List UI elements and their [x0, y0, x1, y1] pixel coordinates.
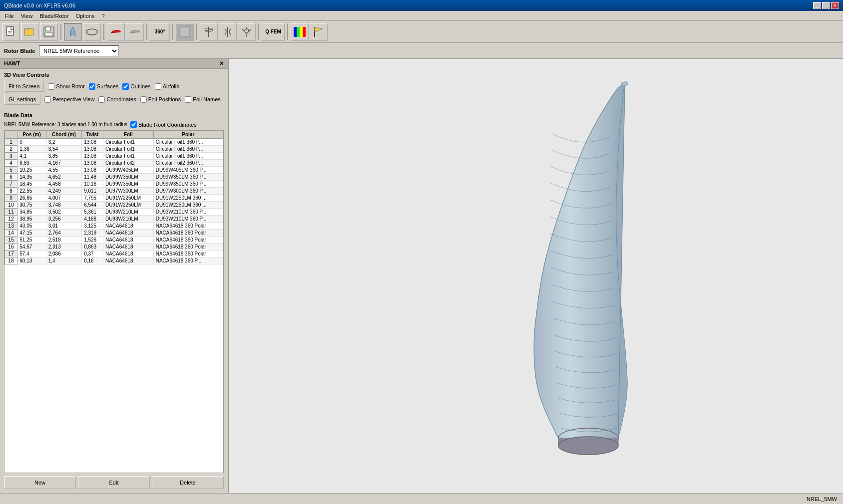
table-row[interactable]: 15 51,25 2,518 1,526 NACA64618 NACA64618… — [5, 237, 223, 244]
table-row[interactable]: 18 60,13 1,4 0,16 NACA64618 NACA64618 36… — [5, 257, 223, 264]
export-button[interactable] — [176, 23, 194, 41]
foil-positions-checkbox[interactable] — [140, 96, 147, 103]
outlines-checkbox-label[interactable]: Outlines — [122, 83, 150, 90]
airfoils-checkbox-label[interactable]: Airfoils — [155, 83, 179, 90]
blade-design-button[interactable] — [64, 23, 82, 41]
foil-names-checkbox-label[interactable]: Foil Names — [185, 96, 221, 103]
panel-close-icon[interactable]: ✕ — [219, 60, 224, 67]
open-file-button[interactable] — [21, 23, 39, 41]
cell-num: 7 — [5, 181, 17, 188]
new-blade-button[interactable]: New — [4, 476, 76, 489]
table-row[interactable]: 14 47,15 2,764 2,319 NACA64618 NACA64618… — [5, 230, 223, 237]
360-label: 360° — [155, 29, 165, 34]
gl-settings-button[interactable]: GL settings — [4, 94, 40, 105]
fit-to-screen-button[interactable]: Fit to Screen — [4, 81, 44, 92]
table-row[interactable]: 16 54,67 2,313 0,863 NACA64618 NACA64618… — [5, 244, 223, 251]
show-rotor-checkbox-label[interactable]: Show Rotor — [48, 83, 84, 90]
minimize-button[interactable]: _ — [813, 2, 821, 9]
surfaces-checkbox-label[interactable]: Surfaces — [89, 83, 118, 90]
table-row[interactable]: 7 18,45 4,458 10,16 DU99W350LM DU99W350L… — [5, 181, 223, 188]
svg-rect-23 — [229, 59, 843, 493]
airfoil-gray-button[interactable] — [126, 23, 144, 41]
table-row[interactable]: 17 57,4 2,086 0,37 NACA64618 NACA64618 3… — [5, 251, 223, 257]
coordinates-checkbox-label[interactable]: Coordinates — [98, 96, 136, 103]
360-button[interactable]: 360° — [150, 23, 170, 41]
airfoils-checkbox[interactable] — [155, 83, 161, 90]
delete-blade-button[interactable]: Delete — [152, 476, 224, 489]
table-row[interactable]: 4 6,83 4,167 13,08 Circular Foil2 Circul… — [5, 160, 223, 167]
menu-file[interactable]: File — [2, 12, 17, 20]
svg-rect-20 — [303, 27, 306, 37]
blade-root-coords-label[interactable]: Blade Root Coordinates — [130, 121, 197, 128]
cell-pos: 47,15 — [17, 230, 46, 237]
blade-info-text: NREL 5MW Reference: 3 blades and 1.50 m … — [4, 122, 127, 127]
table-row[interactable]: 12 38,95 3,256 4,188 DU93W210LM DU93W210… — [5, 216, 223, 223]
cell-num: 6 — [5, 174, 17, 181]
hawt-button[interactable] — [200, 23, 218, 41]
cell-polar: Circular Foil1 360 P... — [153, 153, 223, 160]
cell-twist: 11,48 — [82, 174, 103, 181]
cell-num: 16 — [5, 244, 17, 251]
cell-pos: 43,05 — [17, 223, 46, 230]
cell-chord: 2,518 — [46, 237, 81, 244]
foil-button[interactable] — [83, 23, 101, 41]
wind-flag-button[interactable] — [310, 23, 328, 41]
table-row[interactable]: 1 0 3,2 13,08 Circular Foil1 Circular Fo… — [5, 139, 223, 146]
cell-foil: NACA64618 — [103, 237, 153, 244]
blade-table-container[interactable]: Pos (m) Chord (m) Twist Foil Polar 1 0 3… — [4, 130, 224, 473]
airfoil-red-button[interactable] — [107, 23, 125, 41]
table-row[interactable]: 13 43,05 3,01 3,125 NACA64618 NACA64618 … — [5, 223, 223, 230]
foil-positions-checkbox-label[interactable]: Foil Positions — [140, 96, 181, 103]
cell-pos: 51,25 — [17, 237, 46, 244]
svg-rect-17 — [294, 27, 297, 37]
outlines-checkbox[interactable] — [122, 83, 129, 90]
perspective-checkbox[interactable] — [44, 96, 51, 103]
coordinates-checkbox[interactable] — [98, 96, 105, 103]
cell-pos: 26,65 — [17, 195, 46, 202]
cell-polar: NACA64618 360 Polar — [153, 251, 223, 257]
vawt-button[interactable] — [219, 23, 237, 41]
menu-options[interactable]: Options — [72, 12, 97, 20]
colormap-button[interactable] — [291, 23, 309, 41]
cell-pos: 1,36 — [17, 146, 46, 153]
table-row[interactable]: 11 34,85 3,502 5,361 DU93W210LM DU93W210… — [5, 209, 223, 216]
table-row[interactable]: 3 4,1 3,85 13,08 Circular Foil1 Circular… — [5, 153, 223, 160]
blade-table: Pos (m) Chord (m) Twist Foil Polar 1 0 3… — [4, 130, 223, 264]
maximize-button[interactable]: □ — [822, 2, 830, 9]
table-row[interactable]: 2 1,36 3,54 13,08 Circular Foil1 Circula… — [5, 146, 223, 153]
menu-help[interactable]: ? — [98, 12, 107, 20]
edit-blade-button[interactable]: Edit — [78, 476, 150, 489]
save-file-button[interactable] — [40, 23, 58, 41]
table-row[interactable]: 5 10,25 4,55 13,08 DU99W405LM DU99W405LM… — [5, 167, 223, 174]
blade-root-coords-checkbox[interactable] — [130, 121, 137, 128]
svg-rect-3 — [24, 28, 33, 35]
table-row[interactable]: 6 14,35 4,652 11,48 DU99W350LM DU99W350L… — [5, 174, 223, 181]
qfem-button[interactable]: Q FEM — [262, 23, 285, 41]
col-foil: Foil — [103, 131, 153, 139]
cell-pos: 57,4 — [17, 251, 46, 257]
cell-num: 12 — [5, 216, 17, 223]
surfaces-checkbox[interactable] — [89, 83, 95, 90]
separator-3 — [146, 24, 147, 40]
perspective-checkbox-label[interactable]: Perspective View — [44, 96, 94, 103]
show-rotor-label: Show Rotor — [56, 83, 84, 89]
menu-blade-rotor[interactable]: Blade/Rotor — [36, 12, 71, 20]
close-button[interactable]: ✕ — [831, 2, 839, 9]
table-row[interactable]: 10 30,75 3,748 6,544 DU91W2250LM DU91W22… — [5, 202, 223, 209]
menu-view[interactable]: View — [18, 12, 36, 20]
table-row[interactable]: 9 26,65 4,007 7,795 DU91W2250LM DU91W225… — [5, 195, 223, 202]
cell-chord: 4,249 — [46, 188, 81, 195]
main-content: HAWT ✕ 3D View Controls Fit to Screen Sh… — [0, 59, 843, 493]
turbine-sim-button[interactable] — [238, 23, 256, 41]
cell-num: 2 — [5, 146, 17, 153]
new-file-button[interactable] — [2, 23, 20, 41]
blade-table-body: 1 0 3,2 13,08 Circular Foil1 Circular Fo… — [5, 139, 223, 264]
rotor-blade-select[interactable]: NREL 5MW Reference — [39, 45, 119, 56]
title-bar-controls[interactable]: _ □ ✕ — [813, 2, 839, 9]
separator-2 — [103, 24, 104, 40]
show-rotor-checkbox[interactable] — [48, 83, 54, 90]
cell-num: 3 — [5, 153, 17, 160]
cell-num: 10 — [5, 202, 17, 209]
table-row[interactable]: 8 22,55 4,249 9,011 DU97W300LM DU97W300L… — [5, 188, 223, 195]
foil-names-checkbox[interactable] — [185, 96, 191, 103]
